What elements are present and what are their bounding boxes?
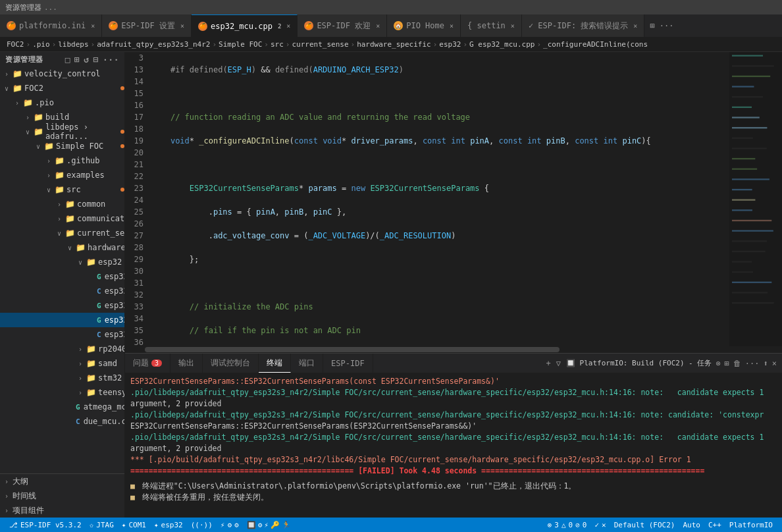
more-icon[interactable]: ··· <box>103 55 119 65</box>
folder-icon: 📁 <box>13 69 22 78</box>
tree-item-pio[interactable]: › 📁 .pio <box>0 95 124 110</box>
breadcrumb-part-src[interactable]: src <box>271 40 284 49</box>
breadcrumb-part-file[interactable]: G esp32_mcu.cpp <box>469 40 534 49</box>
tab-close-settings[interactable]: × <box>511 22 515 30</box>
tab-close-esp-idf-welcome[interactable]: × <box>376 22 380 30</box>
tree-item-teensy[interactable]: › 📁 teensy <box>0 385 124 400</box>
horizontal-scrollbar[interactable] <box>125 346 782 353</box>
tab-close-pio-home[interactable]: × <box>450 22 454 30</box>
tree-item-examples[interactable]: › 📁 examples <box>0 168 124 182</box>
tree-item-libdeps[interactable]: ∨ 📁 libdeps › adafru... <box>0 124 124 139</box>
tab-close-platformio[interactable]: × <box>91 22 95 30</box>
tree-item-due-mcu[interactable]: C due_mcu.cpp <box>0 414 124 429</box>
panel-tab-port[interactable]: 端口 <box>291 354 323 373</box>
tree-item-rp2040[interactable]: › 📁 rp2040 <box>0 342 124 356</box>
maximize-panel-icon[interactable]: ⬆ <box>764 359 768 368</box>
tree-item-github[interactable]: › 📁 .github <box>0 153 124 168</box>
status-language[interactable]: C++ <box>704 521 725 529</box>
status-platform[interactable]: PlatformIO <box>725 521 777 529</box>
tab-close-esp32-mcu-cpp[interactable]: × <box>286 22 290 30</box>
status-icons-group[interactable]: ⚡ ⚙ ⚙ <box>217 518 243 532</box>
plug-icon: ✦ <box>122 521 126 529</box>
code-content[interactable]: #if defined(ESP_H) && defined(ARDUINO_AR… <box>149 52 729 346</box>
tree-item-communication[interactable]: › 📁 communication <box>0 211 124 226</box>
sidebar-timeline[interactable]: › 时间线 <box>0 489 124 503</box>
tab-platformio[interactable]: 🍊 platformio.ini × <box>0 14 102 37</box>
status-wifi[interactable]: ((·)) <box>187 518 217 532</box>
tab-close-esp-idf-search[interactable]: × <box>633 22 637 30</box>
breadcrumb-part-hardware-specific[interactable]: hardware_specific <box>357 40 431 49</box>
sidebar-outline[interactable]: › 大纲 <box>0 474 124 489</box>
breadcrumb-part-foc2[interactable]: FOC2 <box>7 40 24 49</box>
tree-item-samd[interactable]: › 📁 samd <box>0 356 124 371</box>
status-jtag[interactable]: ✩ JTAG <box>86 518 118 532</box>
jtag-icon: ✩ <box>90 521 94 529</box>
refresh-icon[interactable]: ↺ <box>84 55 89 65</box>
close-panel-icon[interactable]: × <box>772 359 777 368</box>
breadcrumb-part-func[interactable]: _configureADCInline(cons <box>543 40 648 49</box>
tab-esp32-mcu-cpp[interactable]: 🍊 esp32_mcu.cpp 2 × <box>192 14 298 37</box>
tree-item-stm32[interactable]: › 📁 stm32 <box>0 371 124 385</box>
trash-icon[interactable]: 🗑 <box>733 359 741 368</box>
tree-item-label: atmega_mcu... <box>84 402 124 412</box>
tab-esp-idf-welcome[interactable]: 🍊 ESP-IDF 欢迎 × <box>298 14 387 37</box>
tree-item-current-sense[interactable]: ∨ 📁 current_se... <box>0 226 124 240</box>
status-encoding[interactable]: Default (FOC2) <box>610 521 679 529</box>
tree-item-esp32-adc-d2[interactable]: C esp32_adc_d... <box>0 284 124 298</box>
tree-item-simplefoc[interactable]: ∨ 📁 Simple FOC <box>0 139 124 153</box>
panel-tab-terminal[interactable]: 终端 <box>259 354 291 373</box>
info-count: 0 <box>583 521 587 529</box>
tree-item-src[interactable]: ∨ 📁 src <box>0 182 124 197</box>
split-terminal-icon[interactable]: ⊞ <box>725 359 729 368</box>
tree-item-esp32-adc-d1[interactable]: G esp32_adc_d... <box>0 269 124 284</box>
tab-esp-idf-settings[interactable]: 🍊 ESP-IDF 设置 × <box>102 14 192 37</box>
add-terminal-icon[interactable]: + <box>546 359 550 368</box>
tree-item-esp32-1[interactable]: G esp32_... 1 <box>0 298 124 313</box>
new-folder-icon[interactable]: ⊞ <box>74 55 80 65</box>
tree-item-atmega[interactable]: G atmega_mcu... <box>0 400 124 414</box>
panel-tab-output[interactable]: 输出 <box>170 354 203 373</box>
terminal-content[interactable]: ESP32CurrentSenseParams::ESP32CurrentSen… <box>125 373 782 518</box>
collapse-icon[interactable]: ⊟ <box>93 55 99 65</box>
panel-tab-esp-idf[interactable]: ESP-IDF <box>323 354 373 373</box>
scrollbar-thumb[interactable] <box>145 347 560 352</box>
status-chip[interactable]: ✦ esp32 <box>150 518 187 532</box>
tree-item-common[interactable]: › 📁 common <box>0 197 124 211</box>
chip-label: esp32 <box>161 521 183 529</box>
breadcrumb-part-libdeps[interactable]: libdeps <box>58 40 88 49</box>
kill-task-icon[interactable]: ⊗ <box>716 359 720 368</box>
sidebar-title: 资源管理器 <box>5 55 43 65</box>
sidebar-project-components[interactable]: › 项目组件 <box>0 503 124 518</box>
tab-more-button[interactable]: ⊞ ··· <box>647 14 676 37</box>
status-check-marks[interactable]: ✓ ✕ <box>590 521 610 529</box>
tab-close-esp-idf-settings[interactable]: × <box>180 22 184 30</box>
code-editor[interactable]: 3 13 14 15 16 17 18 19 20 21 22 23 24 25… <box>125 52 782 353</box>
tree-item-esp32-active[interactable]: G esp32_... 2 <box>0 313 124 327</box>
tree-item-esp32-mcu-h[interactable]: C esp32_mcu.h <box>0 327 124 342</box>
status-more-icons[interactable]: 🔲 ⚙ ⚡ 🔑 🏃 <box>243 518 295 532</box>
tab-icon-esp-idf-settings: 🍊 <box>109 21 118 30</box>
folder-icon: 📁 <box>65 228 75 238</box>
new-file-icon[interactable]: □ <box>65 55 70 65</box>
status-auto[interactable]: Auto <box>679 521 704 529</box>
breadcrumb-part-adafruit[interactable]: adafruit_qtpy_esp32s3_n4r2 <box>97 40 210 49</box>
tree-item-hardware[interactable]: ∨ 📁 hardware... <box>0 240 124 255</box>
tree-item-esp32-folder[interactable]: ∨ 📁 esp32 <box>0 255 124 269</box>
code-scroll-area[interactable]: 3 13 14 15 16 17 18 19 20 21 22 23 24 25… <box>125 52 782 346</box>
status-com[interactable]: ✦ COM1 <box>118 518 150 532</box>
breadcrumb-part-simplefoc[interactable]: Simple FOC <box>219 40 262 49</box>
more-actions-icon[interactable]: ··· <box>745 359 760 368</box>
tab-settings[interactable]: { settin × <box>461 14 522 37</box>
tree-item-velocity-control[interactable]: › 📁 velocity_control <box>0 66 124 81</box>
breadcrumb-part-esp32[interactable]: esp32 <box>439 40 461 49</box>
folder-icon: 📁 <box>34 113 43 122</box>
status-errors[interactable]: ⊗ 3 △ 0 ⊘ 0 <box>544 521 591 529</box>
breadcrumb-part-current-sense[interactable]: current_sense <box>292 40 348 49</box>
tab-pio-home[interactable]: 🏠 PIO Home × <box>387 14 461 37</box>
status-esp-idf-version[interactable]: ⎇ ESP-IDF v5.3.2 <box>5 518 86 532</box>
tree-item-foc2[interactable]: ∨ 📁 FOC2 <box>0 81 124 95</box>
panel-tab-problems[interactable]: 问题 3 <box>125 354 170 373</box>
breadcrumb-part-pio[interactable]: .pio <box>32 40 50 49</box>
tab-esp-idf-search[interactable]: ✓ ESP-IDF: 搜索错误提示 × <box>522 14 645 37</box>
panel-tab-debug-console[interactable]: 调试控制台 <box>203 354 259 373</box>
